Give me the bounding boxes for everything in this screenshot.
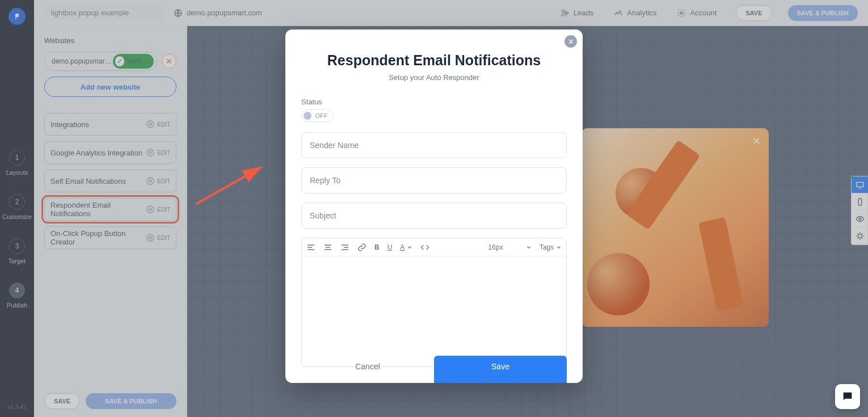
tags-select[interactable]: Tags [540,243,562,251]
underline-button[interactable]: U [387,243,393,251]
modal-subtitle: Setup your Auto Responder [301,73,567,82]
editor-toolbar: B U A 16px Tags [302,238,566,256]
font-size-select[interactable]: 16px [488,243,532,251]
subject-input[interactable] [301,203,567,229]
modal-save-button[interactable]: Save [434,356,567,383]
code-icon[interactable] [420,243,429,252]
align-center-icon[interactable] [323,243,332,252]
close-button[interactable]: ✕ [564,35,577,48]
sender-name-input[interactable] [301,132,567,158]
align-right-icon[interactable] [340,243,349,252]
cancel-button[interactable]: Cancel [301,356,434,383]
chevron-down-icon [526,245,532,250]
modal-title: Respondent Email Notifications [301,52,567,69]
chat-widget[interactable] [835,384,860,409]
respondent-email-modal: ✕ Respondent Email Notifications Setup y… [285,30,583,383]
align-left-icon[interactable] [306,243,315,252]
status-toggle[interactable]: OFF [301,109,334,122]
status-label: Status [301,98,567,106]
toggle-knob [304,112,311,120]
reply-to-input[interactable] [301,167,567,193]
bold-button[interactable]: B [374,243,380,251]
chevron-down-icon [407,245,412,250]
chevron-down-icon [556,245,562,250]
text-color-button[interactable]: A [400,243,412,251]
chat-icon [841,390,854,403]
link-icon[interactable] [357,243,366,252]
email-body-textarea[interactable] [302,256,566,364]
toggle-state: OFF [315,113,328,119]
rich-text-editor: B U A 16px Tags [301,238,567,367]
